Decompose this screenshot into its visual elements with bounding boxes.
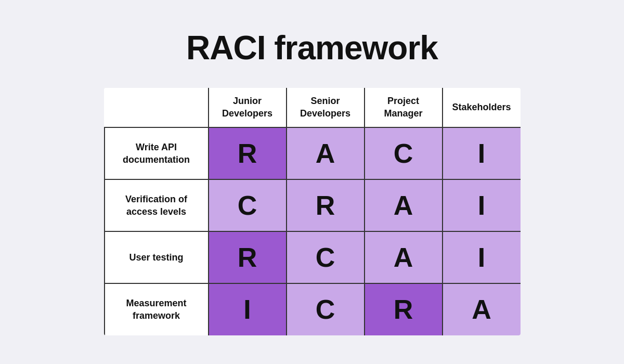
cell-r3-c0: I [209,283,287,335]
cell-r1-c2: A [365,179,443,231]
col-header-junior: JuniorDevelopers [209,88,287,127]
cell-r0-c0: R [209,127,287,179]
row-label-1: Verification ofaccess levels [105,179,209,231]
cell-r2-c3: I [443,231,521,283]
cell-r0-c3: I [443,127,521,179]
cell-r3-c1: C [287,283,365,335]
row-label-3: Measurementframework [105,283,209,335]
col-header-pm: ProjectManager [365,88,443,127]
table-header-row: JuniorDevelopers SeniorDevelopers Projec… [105,88,521,127]
raci-table: JuniorDevelopers SeniorDevelopers Projec… [104,88,521,335]
table-row: User testingRCAI [105,231,521,283]
row-label-0: Write APIdocumentation [105,127,209,179]
cell-r1-c3: I [443,179,521,231]
empty-header [105,88,209,127]
table-row: MeasurementframeworkICRA [105,283,521,335]
table-row: Write APIdocumentationRACI [105,127,521,179]
cell-r1-c1: R [287,179,365,231]
cell-r2-c0: R [209,231,287,283]
cell-r3-c3: A [443,283,521,335]
col-header-stakeholders: Stakeholders [443,88,521,127]
row-label-2: User testing [105,231,209,283]
col-header-senior: SeniorDevelopers [287,88,365,127]
cell-r2-c2: A [365,231,443,283]
cell-r1-c0: C [209,179,287,231]
cell-r3-c2: R [365,283,443,335]
table-row: Verification ofaccess levelsCRAI [105,179,521,231]
cell-r0-c2: C [365,127,443,179]
raci-table-container: JuniorDevelopers SeniorDevelopers Projec… [104,88,521,335]
page-title: RACI framework [186,29,438,67]
cell-r0-c1: A [287,127,365,179]
cell-r2-c1: C [287,231,365,283]
